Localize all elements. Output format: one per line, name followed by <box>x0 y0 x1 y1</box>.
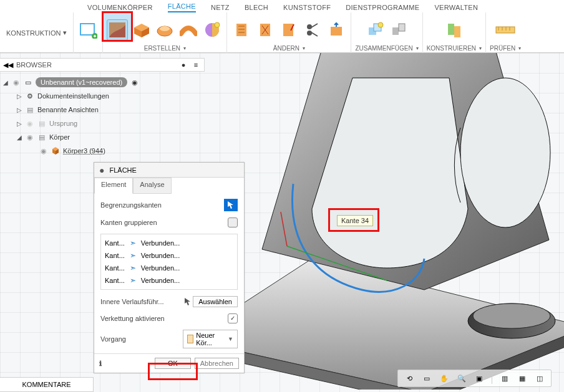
chain-label: Verkettung aktivieren <box>100 315 165 322</box>
assemble-tool-1[interactable] <box>364 19 386 41</box>
svg-point-9 <box>160 26 170 31</box>
modify-tool-1[interactable] <box>231 19 252 41</box>
tree-root[interactable]: Unbenannt (v1~recovered) <box>36 77 127 87</box>
svg-rect-26 <box>399 24 405 31</box>
folder-icon: ▤ <box>37 133 46 141</box>
ribbon: VOLUMENKÖRPER FLÄCHE NETZ BLECH KUNSTSTO… <box>0 0 564 53</box>
ribbon-tab-kunststoff[interactable]: KUNSTSTOFF <box>283 2 331 12</box>
sweep-tool[interactable] <box>178 19 199 41</box>
svg-rect-29 <box>496 27 515 33</box>
select-boundary-button[interactable] <box>224 199 238 211</box>
modify-tool-5[interactable] <box>326 19 347 41</box>
highlight-tooltip <box>328 208 379 232</box>
active-radio-icon[interactable]: ◉ <box>130 78 139 87</box>
chain-row[interactable]: Kant...➣Verbunden... <box>101 249 237 262</box>
visibility-icon[interactable]: ◉ <box>26 133 34 141</box>
cancel-button[interactable]: Abbrechen <box>195 358 239 369</box>
operation-select[interactable]: Neuer Kör... ▼ <box>183 330 238 348</box>
group-erstellen-label[interactable]: ERSTELLEN <box>144 45 186 52</box>
visibility-icon[interactable]: ◉ <box>39 146 48 155</box>
construct-tool[interactable] <box>444 19 465 41</box>
display-icon[interactable]: ▥ <box>498 373 511 384</box>
tree-caret[interactable]: ◢ <box>16 134 22 141</box>
tree-item-views[interactable]: Benannte Ansichten <box>37 106 99 113</box>
browser-menu-icon[interactable]: ≡ <box>192 60 200 69</box>
panel-tab-analyse[interactable]: Analyse <box>133 178 171 194</box>
construction-dropdown[interactable]: KONSTRUKTION ▾ <box>0 12 73 53</box>
visibility-icon[interactable]: ◉ <box>26 119 34 128</box>
lookat-icon[interactable]: ▭ <box>421 373 433 384</box>
fit-icon[interactable]: ▣ <box>473 373 485 384</box>
modify-tool-3[interactable] <box>278 19 299 41</box>
svg-line-18 <box>291 24 294 31</box>
chain-icon: ➣ <box>130 264 136 272</box>
chain-checkbox[interactable] <box>228 313 238 323</box>
group-pruefen-label[interactable]: PRÜFEN <box>490 45 521 52</box>
tree-item-origin[interactable]: Ursprung <box>49 120 77 127</box>
svg-rect-27 <box>448 24 454 35</box>
orbit-icon[interactable]: ⟲ <box>403 373 416 384</box>
chain-row[interactable]: Kant...➣Verbunden... <box>101 237 237 249</box>
svg-rect-16 <box>260 24 270 36</box>
loft-tool[interactable] <box>202 19 223 41</box>
doc-icon: ▭ <box>24 78 32 87</box>
group-zusammen-label[interactable]: ZUSAMMENFÜGEN <box>355 45 418 52</box>
panel-tab-element[interactable]: Element <box>94 178 133 194</box>
group-aendern-label[interactable]: ÄNDERN <box>273 45 305 52</box>
ribbon-tab-dienstprogramme[interactable]: DIENSTPROGRAMME <box>346 2 419 12</box>
svg-point-8 <box>157 26 172 36</box>
tree-caret[interactable]: ▷ <box>16 107 22 113</box>
pan-icon[interactable]: ✋ <box>438 373 450 384</box>
select-inner-button[interactable]: Auswählen <box>193 296 238 307</box>
group-label <box>87 45 89 52</box>
cube-icon <box>187 335 194 343</box>
chain-row[interactable]: Kant...➣Verbunden... <box>101 262 237 274</box>
zoom-icon[interactable]: 🔍 <box>455 373 468 384</box>
measure-tool[interactable] <box>495 19 516 41</box>
tree-item-bodies[interactable]: Körper <box>49 133 70 141</box>
folder-icon: ▤ <box>26 105 34 114</box>
tree-item-doc[interactable]: Dokumenteinstellungen <box>37 92 109 100</box>
tree-caret[interactable]: ▷ <box>16 93 22 100</box>
revolve-tool[interactable] <box>154 19 175 41</box>
folder-icon: ▤ <box>37 119 46 128</box>
svg-point-6 <box>92 33 97 39</box>
svg-rect-17 <box>283 24 293 36</box>
svg-point-0 <box>460 78 550 227</box>
viewports-icon[interactable]: ◫ <box>533 373 546 384</box>
browser-panel: ◀◀ BROWSER ● ≡ ◢ ◉ ▭ Unbenannt (v1~recov… <box>0 58 205 158</box>
ribbon-tab-blech[interactable]: BLECH <box>245 2 268 12</box>
grid-icon[interactable]: ▦ <box>516 373 528 384</box>
tree-item-body1[interactable]: Körper3 (944) <box>63 147 105 155</box>
comments-bar[interactable]: KOMMENTARE <box>0 377 94 392</box>
ribbon-tab-verwalten[interactable]: VERWALTEN <box>434 2 478 12</box>
tree-caret[interactable]: ▷ <box>16 120 22 127</box>
group-edges-checkbox[interactable] <box>228 218 238 227</box>
svg-rect-23 <box>374 24 381 31</box>
tree-caret[interactable]: ◢ <box>2 79 9 86</box>
info-icon[interactable]: ℹ <box>99 360 151 368</box>
svg-point-24 <box>378 22 383 27</box>
chain-row[interactable]: Kant...➣Verbunden... <box>101 274 237 287</box>
highlight-ok <box>148 363 198 380</box>
group-konstruieren-label[interactable]: KONSTRUIEREN <box>427 45 482 52</box>
browser-pin-icon[interactable]: ● <box>179 60 188 69</box>
ribbon-tab-flaeche[interactable]: FLÄCHE <box>168 1 196 12</box>
panel-pin-icon[interactable]: ● <box>99 165 104 175</box>
3d-model[interactable] <box>200 53 564 390</box>
inner-label: Innere Verlaufsführ... <box>100 298 164 305</box>
patch-panel: ● FLÄCHE Element Analyse Begrenzungskant… <box>94 162 245 373</box>
svg-point-10 <box>205 23 219 37</box>
assemble-tool-2[interactable] <box>388 19 409 41</box>
browser-collapse-icon[interactable]: ◀◀ <box>4 60 12 69</box>
ribbon-tab-netz[interactable]: NETZ <box>211 2 230 12</box>
boundary-label: Begrenzungskanten <box>100 201 162 209</box>
modify-tool-2[interactable] <box>255 19 276 41</box>
sketch-icon[interactable] <box>77 19 99 41</box>
svg-rect-5 <box>80 24 94 35</box>
split-tool[interactable] <box>302 19 323 41</box>
svg-rect-25 <box>392 27 399 35</box>
extrude-tool[interactable] <box>130 19 152 41</box>
browser-title: BROWSER <box>16 61 175 69</box>
visibility-icon[interactable]: ◉ <box>12 78 21 87</box>
